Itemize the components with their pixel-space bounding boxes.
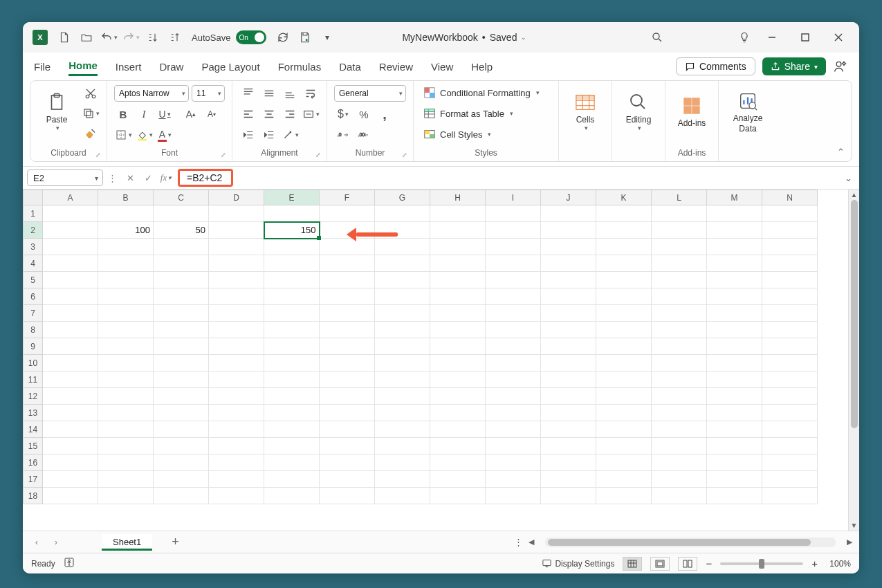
scroll-up-icon[interactable]: ▲ <box>851 191 858 199</box>
hscroll-right-icon[interactable]: ▶ <box>847 538 852 546</box>
cell-A12[interactable] <box>43 388 98 405</box>
row-header[interactable]: 5 <box>24 272 43 288</box>
cell-K14[interactable] <box>596 421 652 438</box>
sheet-tab[interactable]: Sheet1 <box>102 534 152 551</box>
row-header[interactable]: 13 <box>24 405 43 421</box>
row-header[interactable]: 9 <box>24 338 43 355</box>
cell-L2[interactable] <box>652 222 707 239</box>
account-icon[interactable] <box>833 59 848 74</box>
cell-E18[interactable] <box>264 488 320 504</box>
cell-K9[interactable] <box>596 338 652 355</box>
cell-I7[interactable] <box>486 305 541 322</box>
cell-I5[interactable] <box>486 272 541 288</box>
align-middle-icon[interactable] <box>260 85 278 102</box>
cell-N11[interactable] <box>762 371 818 388</box>
cell-F12[interactable] <box>320 388 375 405</box>
cell-F14[interactable] <box>320 421 375 438</box>
cut-icon[interactable] <box>82 85 100 102</box>
cell-A9[interactable] <box>43 338 98 355</box>
cell-M1[interactable] <box>707 205 762 222</box>
cell-I10[interactable] <box>486 355 541 371</box>
cell-C15[interactable] <box>154 438 209 454</box>
editing-button[interactable]: Editing▾ <box>619 85 658 139</box>
cell-H15[interactable] <box>430 438 486 454</box>
zoom-in-icon[interactable]: + <box>811 558 818 569</box>
cell-H4[interactable] <box>430 255 486 272</box>
cell-G1[interactable] <box>375 205 430 222</box>
font-size-select[interactable]: 11 <box>192 85 225 102</box>
cell-L12[interactable] <box>652 388 707 405</box>
hscroll-left-icon[interactable]: ◀ <box>529 538 534 546</box>
title-dropdown-icon[interactable]: ⌄ <box>521 34 526 41</box>
align-right-icon[interactable] <box>281 106 299 122</box>
cell-J8[interactable] <box>541 322 596 338</box>
cell-H6[interactable] <box>430 288 486 305</box>
cell-L9[interactable] <box>652 338 707 355</box>
cell-J17[interactable] <box>541 471 596 488</box>
font-launcher-icon[interactable]: ⤢ <box>221 151 226 158</box>
zoom-level[interactable]: 100% <box>826 559 851 569</box>
cell-K17[interactable] <box>596 471 652 488</box>
cell-G4[interactable] <box>375 255 430 272</box>
cell-J6[interactable] <box>541 288 596 305</box>
cell-G15[interactable] <box>375 438 430 454</box>
cell-E16[interactable] <box>264 454 320 471</box>
cell-K13[interactable] <box>596 405 652 421</box>
add-sheet-icon[interactable]: + <box>172 535 179 549</box>
cell-C16[interactable] <box>154 454 209 471</box>
cell-M5[interactable] <box>707 272 762 288</box>
cell-H9[interactable] <box>430 338 486 355</box>
addins-button[interactable]: Add-ins <box>672 85 711 139</box>
cell-B2[interactable]: 100 <box>98 222 154 239</box>
sort-desc-icon[interactable] <box>165 28 185 47</box>
cell-B8[interactable] <box>98 322 154 338</box>
cell-G9[interactable] <box>375 338 430 355</box>
cell-C7[interactable] <box>154 305 209 322</box>
cell-J10[interactable] <box>541 355 596 371</box>
cell-I1[interactable] <box>486 205 541 222</box>
cell-H16[interactable] <box>430 454 486 471</box>
decrease-indent-icon[interactable] <box>239 127 257 143</box>
next-sheet-icon[interactable]: › <box>49 537 63 547</box>
spreadsheet-grid[interactable]: ABCDEFGHIJKLMN12100501503456789101112131… <box>23 190 818 504</box>
cell-J7[interactable] <box>541 305 596 322</box>
cell-K15[interactable] <box>596 438 652 454</box>
cell-C11[interactable] <box>154 371 209 388</box>
cell-G8[interactable] <box>375 322 430 338</box>
cell-N9[interactable] <box>762 338 818 355</box>
cell-H2[interactable] <box>430 222 486 239</box>
cell-I8[interactable] <box>486 322 541 338</box>
cell-N12[interactable] <box>762 388 818 405</box>
lightbulb-icon[interactable] <box>735 28 754 47</box>
cell-M18[interactable] <box>707 488 762 504</box>
cell-A4[interactable] <box>43 255 98 272</box>
cell-D15[interactable] <box>209 438 264 454</box>
cell-M3[interactable] <box>707 239 762 255</box>
cell-J11[interactable] <box>541 371 596 388</box>
cell-B9[interactable] <box>98 338 154 355</box>
cell-M16[interactable] <box>707 454 762 471</box>
comma-icon[interactable]: , <box>376 106 394 122</box>
cell-F11[interactable] <box>320 371 375 388</box>
col-header[interactable]: K <box>596 190 652 205</box>
cell-F13[interactable] <box>320 405 375 421</box>
col-header[interactable]: I <box>486 190 541 205</box>
sort-asc-icon[interactable] <box>143 28 163 47</box>
cell-E10[interactable] <box>264 355 320 371</box>
cell-F16[interactable] <box>320 454 375 471</box>
cell-H17[interactable] <box>430 471 486 488</box>
number-format-select[interactable]: General <box>334 85 406 102</box>
cell-F9[interactable] <box>320 338 375 355</box>
cell-B12[interactable] <box>98 388 154 405</box>
tab-insert[interactable]: Insert <box>116 58 142 75</box>
cell-J14[interactable] <box>541 421 596 438</box>
cell-B14[interactable] <box>98 421 154 438</box>
cell-L17[interactable] <box>652 471 707 488</box>
enter-formula-icon[interactable]: ✓ <box>139 169 157 187</box>
cell-N4[interactable] <box>762 255 818 272</box>
cell-N18[interactable] <box>762 488 818 504</box>
cell-D2[interactable] <box>209 222 264 239</box>
cell-K2[interactable] <box>596 222 652 239</box>
cell-D10[interactable] <box>209 355 264 371</box>
cell-M11[interactable] <box>707 371 762 388</box>
